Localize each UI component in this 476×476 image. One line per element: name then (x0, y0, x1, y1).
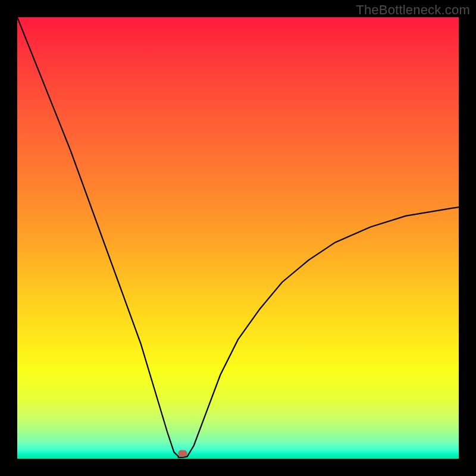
watermark-text: TheBottleneck.com (356, 2, 470, 18)
vertex-marker (178, 450, 187, 457)
curve-line (17, 17, 459, 458)
bottleneck-curve (17, 17, 459, 459)
chart-plot-area (17, 17, 459, 459)
